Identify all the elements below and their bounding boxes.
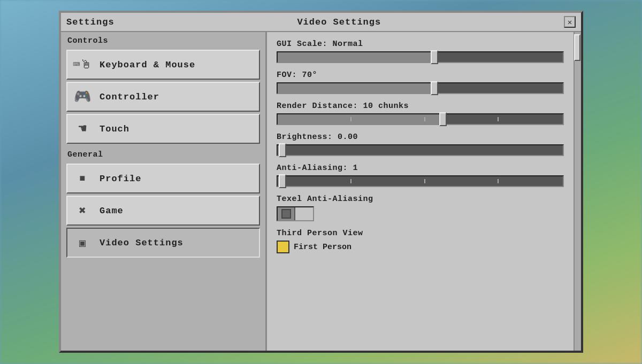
brightness-slider[interactable]	[277, 144, 564, 156]
sidebar-item-game-label: Game	[100, 206, 124, 216]
anti-aliasing-thumb[interactable]	[279, 174, 286, 188]
render-distance-label: Render Distance: 10 chunks	[277, 102, 571, 111]
sidebar: Controls ⌨🖱 Keyboard & Mouse 🎮 Controlle…	[61, 32, 267, 351]
game-icon: ✖	[73, 201, 92, 220]
sidebar-item-touch-label: Touch	[100, 124, 129, 134]
first-person-option[interactable]: First Person	[277, 241, 571, 253]
sidebar-item-video[interactable]: ▣ Video Settings	[66, 228, 260, 258]
gui-scale-row: GUI Scale: Normal	[277, 40, 571, 63]
general-section-label: General	[61, 146, 265, 161]
gui-scale-thumb[interactable]	[431, 50, 438, 64]
sidebar-item-profile-label: Profile	[100, 174, 141, 184]
sidebar-item-controller-label: Controller	[100, 92, 159, 102]
texel-anti-aliasing-toggle[interactable]	[277, 206, 314, 221]
fov-slider[interactable]	[277, 82, 564, 94]
fov-thumb[interactable]	[431, 81, 438, 95]
touch-icon: ☚	[73, 119, 92, 138]
title-bar: Settings Video Settings ✕	[61, 13, 581, 32]
anti-aliasing-label: Anti-Aliasing: 1	[277, 164, 571, 173]
sidebar-item-keyboard-label: Keyboard & Mouse	[100, 60, 195, 70]
anti-aliasing-slider[interactable]	[277, 175, 564, 187]
settings-window: Settings Video Settings ✕ Controls ⌨🖱 Ke…	[59, 11, 583, 353]
brightness-row: Brightness: 0.00	[277, 133, 571, 156]
anti-aliasing-row: Anti-Aliasing: 1	[277, 164, 571, 187]
keyboard-icon: ⌨🖱	[73, 55, 92, 74]
fov-row: FOV: 70°	[277, 71, 571, 94]
brightness-label: Brightness: 0.00	[277, 133, 571, 142]
close-button[interactable]: ✕	[564, 16, 576, 28]
toggle-on-state	[295, 207, 313, 220]
sidebar-item-video-label: Video Settings	[100, 238, 184, 248]
controls-section-label: Controls	[61, 32, 265, 48]
render-distance-slider[interactable]	[277, 113, 564, 125]
render-distance-row: Render Distance: 10 chunks	[277, 102, 571, 125]
profile-icon: ■	[73, 169, 92, 188]
window-title-left: Settings	[66, 17, 114, 27]
sidebar-item-game[interactable]: ✖ Game	[66, 196, 260, 226]
sidebar-item-touch[interactable]: ☚ Touch	[66, 114, 260, 144]
third-person-view-label: Third Person View	[277, 229, 571, 238]
scrollbar-thumb[interactable]	[574, 34, 580, 61]
first-person-label: First Person	[294, 243, 351, 252]
window-content: Controls ⌨🖱 Keyboard & Mouse 🎮 Controlle…	[61, 32, 581, 351]
fov-label: FOV: 70°	[277, 71, 571, 80]
texel-anti-aliasing-row: Texel Anti-Aliasing	[277, 195, 571, 221]
texel-anti-aliasing-label: Texel Anti-Aliasing	[277, 195, 571, 204]
video-icon: ▣	[73, 233, 92, 252]
first-person-indicator	[277, 241, 289, 253]
gui-scale-slider[interactable]	[277, 51, 564, 63]
brightness-thumb[interactable]	[279, 143, 286, 157]
sidebar-item-keyboard[interactable]: ⌨🖱 Keyboard & Mouse	[66, 50, 260, 80]
window-title-center: Video Settings	[297, 17, 381, 27]
third-person-view-row: Third Person View First Person	[277, 229, 571, 253]
main-scrollbar[interactable]	[574, 32, 581, 351]
toggle-off-state	[278, 207, 295, 220]
controller-icon: 🎮	[73, 87, 92, 106]
main-panel: GUI Scale: Normal FOV: 70° Render Distan…	[267, 32, 581, 351]
sidebar-item-controller[interactable]: 🎮 Controller	[66, 82, 260, 112]
gui-scale-label: GUI Scale: Normal	[277, 40, 571, 49]
render-distance-thumb[interactable]	[439, 112, 447, 126]
sidebar-item-profile[interactable]: ■ Profile	[66, 164, 260, 193]
